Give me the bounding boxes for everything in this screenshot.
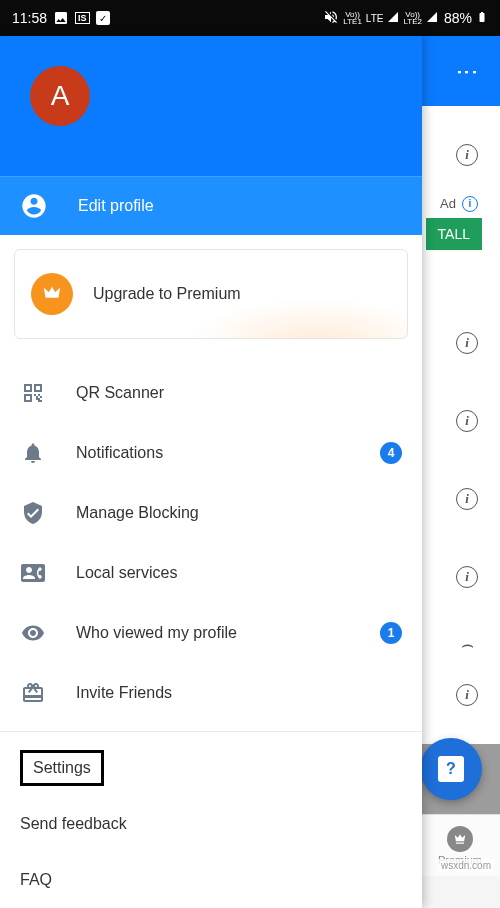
bell-icon — [20, 440, 46, 466]
sim1-indicator: Vo))LTE1 — [343, 11, 362, 25]
menu-label: QR Scanner — [76, 384, 164, 402]
drawer-header: A — [0, 36, 422, 176]
menu-label: Send feedback — [20, 815, 127, 833]
premium-card[interactable]: Upgrade to Premium — [14, 249, 408, 339]
menu-feedback[interactable]: Send feedback — [0, 796, 422, 852]
menu-invite[interactable]: Invite Friends — [0, 663, 422, 723]
status-right: Vo))LTE1 LTE Vo))LTE2 88% — [323, 9, 488, 27]
help-fab[interactable]: ? — [420, 738, 482, 800]
menu-who-viewed[interactable]: Who viewed my profile 1 — [0, 603, 422, 663]
image-icon — [53, 10, 69, 26]
ad-info-icon[interactable]: i — [462, 196, 478, 212]
info-icon[interactable]: i — [456, 410, 478, 432]
install-button[interactable]: TALL — [426, 218, 482, 250]
shield-icon — [20, 500, 46, 526]
info-icon[interactable]: i — [456, 684, 478, 706]
drawer-menu: QR Scanner Notifications 4 Manage Blocki… — [0, 353, 422, 908]
mute-icon — [323, 9, 339, 27]
info-icon[interactable]: i — [456, 332, 478, 354]
question-icon: ? — [438, 756, 464, 782]
edit-profile-item[interactable]: Edit profile — [0, 176, 422, 236]
status-left: 11:58 IS ✓ — [12, 10, 110, 26]
crown-icon — [447, 826, 473, 852]
card-bg-shape — [187, 298, 408, 339]
menu-label: Manage Blocking — [76, 504, 199, 522]
viewed-badge: 1 — [380, 622, 402, 644]
eye-icon — [20, 620, 46, 646]
menu-label: Invite Friends — [76, 684, 172, 702]
avatar-initial: A — [51, 80, 70, 112]
status-bar: 11:58 IS ✓ Vo))LTE1 LTE Vo))LTE2 88% — [0, 0, 500, 36]
menu-settings[interactable]: Settings — [0, 740, 422, 796]
watermark: wsxdn.com — [438, 859, 494, 872]
divider — [0, 731, 422, 732]
signal-icon — [387, 11, 399, 25]
settings-highlight: Settings — [20, 750, 104, 786]
menu-qr-scanner[interactable]: QR Scanner — [0, 363, 422, 423]
menu-label: Notifications — [76, 444, 163, 462]
is-icon: IS — [75, 12, 90, 24]
profile-icon — [20, 192, 48, 220]
gift-icon — [20, 680, 46, 706]
menu-notifications[interactable]: Notifications 4 — [0, 423, 422, 483]
edit-profile-label: Edit profile — [78, 197, 154, 215]
menu-blocking[interactable]: Manage Blocking — [0, 483, 422, 543]
avatar[interactable]: A — [30, 66, 90, 126]
lte-label: LTE — [366, 13, 384, 24]
battery-percent: 88% — [444, 10, 472, 26]
menu-faq[interactable]: FAQ — [0, 852, 422, 908]
qr-icon — [20, 380, 46, 406]
sim2-indicator: Vo))LTE2 — [403, 11, 422, 25]
menu-label: Local services — [76, 564, 177, 582]
menu-local-services[interactable]: Local services — [0, 543, 422, 603]
status-time: 11:58 — [12, 10, 47, 26]
check-icon: ✓ — [96, 11, 110, 25]
info-icon[interactable]: i — [456, 144, 478, 166]
overflow-menu-icon[interactable]: ⋮ — [454, 61, 480, 81]
navigation-drawer: A Edit profile Upgrade to Premium QR Sca… — [0, 36, 422, 908]
info-icon[interactable]: i — [456, 488, 478, 510]
menu-label: FAQ — [20, 871, 52, 889]
contact-card-icon — [20, 560, 46, 586]
crown-icon — [31, 273, 73, 315]
notification-badge: 4 — [380, 442, 402, 464]
battery-icon — [476, 9, 488, 27]
info-icon[interactable]: i — [456, 566, 478, 588]
menu-label: Who viewed my profile — [76, 624, 237, 642]
signal2-icon — [426, 11, 438, 25]
premium-label: Upgrade to Premium — [93, 285, 241, 303]
